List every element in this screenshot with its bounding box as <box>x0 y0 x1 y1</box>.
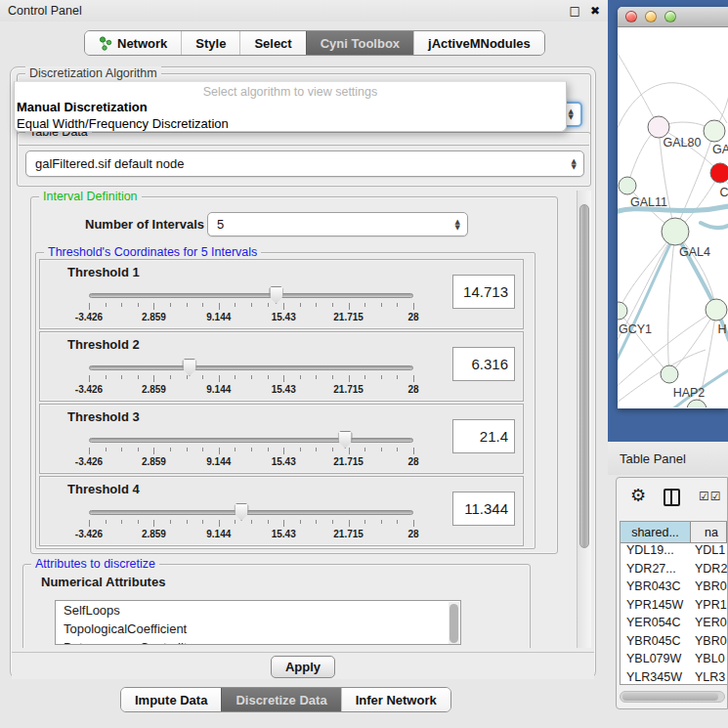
attribute-item-selfloops[interactable]: SelfLoops <box>56 601 460 620</box>
checkbox-icons[interactable]: ☑☑ <box>699 490 722 503</box>
network-node[interactable] <box>704 120 725 142</box>
zoom-traffic-light[interactable] <box>664 11 676 22</box>
attributes-scrollbar[interactable] <box>449 602 459 645</box>
panel-title: Control Panel <box>8 4 560 18</box>
threshold-panel-threshold-2: Threshold 2-3.4262.8599.14415.4321.71528… <box>39 331 524 402</box>
slider-track <box>89 293 413 298</box>
table-row[interactable]: YBR043CYBR0 <box>621 579 727 598</box>
tab-style[interactable]: Style <box>181 31 239 55</box>
slider-tick-labels: -3.4262.8599.14415.4321.71528 <box>89 529 413 540</box>
slider-ticks <box>89 303 413 311</box>
table-cell: YDR2 <box>691 562 727 580</box>
table-panel-titlebar: Table Panel <box>608 442 728 475</box>
tab-label: Impute Data <box>135 693 207 707</box>
threshold-slider[interactable]: -3.4262.8599.14415.4321.71528 <box>89 358 413 399</box>
network-node[interactable] <box>706 299 727 321</box>
number-of-intervals-label: Number of Intervals <box>85 217 204 232</box>
table-row[interactable]: YBL079WYBL0 <box>621 652 727 670</box>
table-row[interactable]: YPR145WYPR1 <box>621 598 727 617</box>
slider-thumb[interactable] <box>338 431 353 449</box>
table-cell: YBR045C <box>621 634 691 653</box>
threshold-label: Threshold 2 <box>67 337 140 352</box>
table-cell: YBL0 <box>691 652 727 670</box>
column-header-2[interactable]: na <box>691 522 727 542</box>
tab-infer-network[interactable]: Infer Network <box>341 688 450 711</box>
node-label: GAL4 <box>679 245 710 259</box>
tab-network[interactable]: Network <box>85 31 181 55</box>
node-label: GA <box>712 143 728 156</box>
table-header-row: shared...na <box>621 522 727 543</box>
table-row[interactable]: YER054CYER0 <box>621 616 727 634</box>
network-window-titlebar <box>618 7 728 27</box>
network-canvas[interactable]: GAL80GACGAL11GAL4GCY1HHAP2 <box>618 27 728 407</box>
network-edge-highlighted <box>701 223 728 228</box>
combo-stepper-icon: ▲▼ <box>569 104 574 125</box>
tab-label: Discretize Data <box>236 693 326 707</box>
slider-tick-labels: -3.4262.8599.14415.4321.71528 <box>89 312 413 323</box>
interval-definition-group: Interval Definition Number of Intervals … <box>30 196 558 554</box>
network-node-gal80[interactable] <box>648 116 669 138</box>
slider-thumb[interactable] <box>235 503 249 521</box>
tab-select[interactable]: Select <box>239 31 305 55</box>
threshold-slider[interactable]: -3.4262.8599.14415.4321.71528 <box>89 285 413 326</box>
column-layout-icon[interactable] <box>664 489 680 506</box>
threshold-value-field[interactable]: 6.316 <box>452 347 515 381</box>
tab-cyni-toolbox[interactable]: Cyni Toolbox <box>306 31 413 55</box>
apply-row: Apply <box>12 652 594 679</box>
vertical-scrollbar[interactable] <box>577 191 591 648</box>
network-node-hap2[interactable] <box>661 365 678 383</box>
float-window-icon[interactable]: □ <box>570 5 580 17</box>
table-row[interactable]: YLR345WYLR3 <box>621 670 727 686</box>
menu-item-equal-width-frequency[interactable]: Equal Width/Frequency Discretization <box>15 115 566 132</box>
number-of-intervals-combo[interactable]: 5 ▲▼ <box>207 212 468 236</box>
close-traffic-light[interactable] <box>625 11 637 22</box>
table-panel-toolbar: ⚙ ☑☑ <box>617 478 727 519</box>
threshold-value-field[interactable]: 14.713 <box>452 275 515 309</box>
attribute-item-betweennesscentrality[interactable]: BetweennessCentrality <box>56 638 460 645</box>
apply-button[interactable]: Apply <box>271 656 335 678</box>
table-row[interactable]: YDL19...YDL1 <box>621 543 727 562</box>
scrollbar-thumb[interactable] <box>579 204 589 548</box>
network-node[interactable] <box>619 177 636 194</box>
network-node-gal4[interactable] <box>662 218 689 245</box>
attributes-group: Attributes to discretize Numerical Attri… <box>22 564 531 648</box>
combo-stepper-icon: ▲▼ <box>572 151 577 176</box>
table-row[interactable]: YBR045CYBR0 <box>621 634 727 653</box>
gear-icon[interactable]: ⚙ <box>630 487 646 504</box>
slider-thumb[interactable] <box>269 286 283 304</box>
table-data-combo[interactable]: galFiltered.sif default node ▲▼ <box>25 150 584 177</box>
node-label: GAL11 <box>630 195 667 209</box>
scrollbar-thumb[interactable] <box>450 604 458 643</box>
slider-thumb[interactable] <box>182 359 196 376</box>
table-cell: YDL19... <box>621 543 691 562</box>
network-graph[interactable]: GAL80GACGAL11GAL4GCY1HHAP2 <box>618 27 728 407</box>
bottom-tab-bar: Impute DataDiscretize DataInfer Network <box>120 687 451 712</box>
node-table[interactable]: shared...na YDL19...YDL1YDR27...YDR2YBR0… <box>620 521 727 685</box>
column-header-1[interactable]: shared... <box>621 522 691 542</box>
node-label: C <box>719 186 728 199</box>
scrollbar-thumb[interactable] <box>622 693 718 701</box>
tab-discretize-data[interactable]: Discretize Data <box>221 688 340 711</box>
threshold-value-field[interactable]: 21.4 <box>452 419 515 453</box>
threshold-slider[interactable]: -3.4262.8599.14415.4321.71528 <box>89 430 413 471</box>
table-cell: YER054C <box>621 616 691 634</box>
algorithm-hint: Select algorithm to view settings <box>15 82 566 99</box>
tab-jactivemnodules[interactable]: jActiveMNodules <box>413 31 544 55</box>
table-row[interactable]: YDR27...YDR2 <box>621 562 727 580</box>
table-cell: YDL1 <box>691 543 727 562</box>
network-node-gcy1[interactable] <box>618 302 627 320</box>
discretization-algorithm-legend: Discretization Algorithm <box>25 66 161 80</box>
table-data-group: Table Data galFiltered.sif default node … <box>17 132 591 187</box>
menu-item-manual-discretization[interactable]: Manual Discretization <box>15 99 566 115</box>
network-node[interactable] <box>710 163 728 183</box>
close-icon[interactable]: ✖ <box>590 5 600 17</box>
slider-ticks <box>89 448 413 455</box>
horizontal-scrollbar[interactable] <box>620 691 725 703</box>
network-node[interactable] <box>687 400 707 407</box>
numerical-attributes-list[interactable]: SelfLoopsTopologicalCoefficientBetweenne… <box>55 600 461 645</box>
threshold-value-field[interactable]: 11.344 <box>452 492 515 526</box>
minimize-traffic-light[interactable] <box>645 11 657 22</box>
attribute-item-topologicalcoefficient[interactable]: TopologicalCoefficient <box>56 620 460 638</box>
tab-impute-data[interactable]: Impute Data <box>121 688 221 711</box>
threshold-slider[interactable]: -3.4262.8599.14415.4321.71528 <box>89 502 413 543</box>
